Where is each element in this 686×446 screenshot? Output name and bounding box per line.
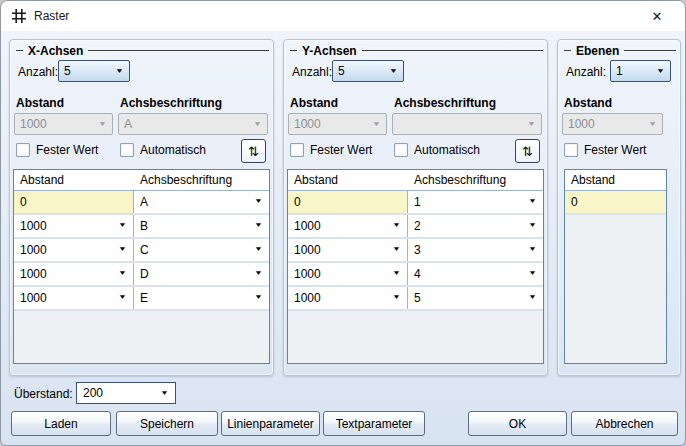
table-row: 1000▼ 3▼ [288, 239, 543, 263]
chevron-down-icon[interactable]: ▼ [392, 217, 401, 234]
laden-button[interactable]: Laden [11, 411, 111, 436]
speichern-button[interactable]: Speichern [116, 411, 218, 436]
abstand-cell[interactable]: 1000▼ [288, 263, 408, 285]
abstand-cell[interactable]: 1000▼ [288, 287, 408, 309]
cell-value: 0 [20, 195, 27, 209]
table-header-row: Abstand [565, 170, 666, 191]
label-cell[interactable]: 3▼ [408, 239, 543, 261]
abbrechen-button[interactable]: Abbrechen [571, 411, 678, 436]
chevron-down-icon[interactable]: ▼ [254, 217, 263, 234]
chevron-down-icon: ▼ [253, 120, 262, 128]
chevron-down-icon[interactable]: ▼ [254, 193, 263, 210]
chevron-down-icon[interactable]: ▼ [118, 289, 127, 306]
cell-value: 1000 [20, 267, 47, 281]
chevron-down-icon[interactable]: ▼ [115, 67, 124, 75]
abstand-header: Abstand [564, 96, 612, 110]
abstand-cell[interactable]: 0 [565, 191, 666, 213]
label-cell[interactable]: E▼ [134, 287, 269, 309]
y-anzahl-combobox[interactable]: 5 ▼ [332, 60, 404, 82]
chevron-down-icon[interactable]: ▼ [389, 67, 398, 75]
automatisch-label: Automatisch [140, 143, 206, 157]
label-cell[interactable]: C▼ [134, 239, 269, 261]
table-header-abstand: Abstand [14, 170, 134, 190]
fester-wert-checkbox[interactable] [16, 143, 30, 157]
label-cell[interactable]: D▼ [134, 263, 269, 285]
automatisch-label: Automatisch [414, 143, 480, 157]
ueberstand-combobox[interactable]: 200 ▼ [76, 382, 176, 404]
chevron-down-icon[interactable]: ▼ [528, 193, 537, 210]
table-empty-area [288, 311, 543, 363]
group-y-title: Y-Achsen [302, 44, 357, 58]
cell-value: 1000 [294, 291, 321, 305]
fester-wert-label: Fester Wert [36, 143, 98, 157]
abstand-cell[interactable]: 1000▼ [288, 215, 408, 237]
group-ebenen: Ebenen Anzahl: 1 ▼ Abstand 1000 ▼ Fester… [557, 39, 681, 376]
divider [624, 50, 676, 51]
cell-value: E [140, 291, 148, 305]
x-automatisch-checkbox-row: Automatisch [120, 143, 206, 157]
label-cell[interactable]: A▼ [134, 191, 269, 213]
divider [290, 50, 297, 51]
chevron-down-icon[interactable]: ▼ [254, 241, 263, 258]
table-row: 1000▼ B▼ [14, 215, 269, 239]
cell-value: 1000 [20, 243, 47, 257]
chevron-down-icon[interactable]: ▼ [160, 389, 169, 397]
chevron-down-icon[interactable]: ▼ [254, 289, 263, 306]
chevron-down-icon[interactable]: ▼ [528, 217, 537, 234]
x-anzahl-combobox[interactable]: 5 ▼ [58, 60, 130, 82]
group-ebenen-title: Ebenen [576, 44, 619, 58]
x-abstand-disabled-value: 1000 [20, 117, 47, 131]
x-achsbeschriftung-disabled-value: A [124, 117, 132, 131]
label-cell[interactable]: B▼ [134, 215, 269, 237]
chevron-down-icon[interactable]: ▼ [118, 241, 127, 258]
chevron-down-icon[interactable]: ▼ [528, 289, 537, 306]
label-cell[interactable]: 5▼ [408, 287, 543, 309]
automatisch-checkbox[interactable] [394, 143, 408, 157]
label-cell[interactable]: 2▼ [408, 215, 543, 237]
chevron-down-icon[interactable]: ▼ [528, 265, 537, 282]
chevron-down-icon[interactable]: ▼ [392, 265, 401, 282]
swap-order-button[interactable]: ⇅ [241, 139, 266, 163]
linienparameter-button[interactable]: Linienparameter [221, 411, 320, 436]
abstand-cell[interactable]: 0 [14, 191, 134, 213]
up-down-arrows-icon: ⇅ [522, 144, 533, 159]
cell-value: A [140, 195, 148, 209]
textparameter-button[interactable]: Textparameter [323, 411, 425, 436]
label-cell[interactable]: 4▼ [408, 263, 543, 285]
abstand-cell[interactable]: 1000▼ [14, 215, 134, 237]
fester-wert-label: Fester Wert [584, 143, 646, 157]
y-abstand-disabled-value: 1000 [294, 117, 321, 131]
cell-value: D [140, 267, 149, 281]
fester-wert-checkbox[interactable] [290, 143, 304, 157]
automatisch-checkbox[interactable] [120, 143, 134, 157]
swap-order-button[interactable]: ⇅ [515, 139, 540, 163]
chevron-down-icon[interactable]: ▼ [656, 67, 665, 75]
grid-icon [11, 8, 27, 24]
ueberstand-value: 200 [83, 386, 103, 400]
chevron-down-icon[interactable]: ▼ [118, 217, 127, 234]
chevron-down-icon[interactable]: ▼ [392, 289, 401, 306]
chevron-down-icon[interactable]: ▼ [254, 265, 263, 282]
cell-value: 4 [414, 267, 421, 281]
chevron-down-icon[interactable]: ▼ [118, 265, 127, 282]
chevron-down-icon[interactable]: ▼ [528, 241, 537, 258]
ok-button[interactable]: OK [468, 411, 567, 436]
table-header-achsbeschriftung: Achsbeschriftung [134, 170, 269, 190]
fester-wert-checkbox[interactable] [564, 143, 578, 157]
y-abstand-disabled-combobox: 1000 ▼ [288, 113, 387, 135]
cell-value: 1 [414, 195, 421, 209]
abstand-cell[interactable]: 1000▼ [14, 287, 134, 309]
close-button[interactable]: ✕ [637, 1, 677, 31]
table-row: 0 [565, 191, 666, 215]
label-cell[interactable]: 1▼ [408, 191, 543, 213]
abstand-cell[interactable]: 1000▼ [14, 239, 134, 261]
table-row: 1000▼ 4▼ [288, 263, 543, 287]
cell-value: 0 [571, 195, 578, 209]
abstand-cell[interactable]: 1000▼ [14, 263, 134, 285]
ebenen-anzahl-combobox[interactable]: 1 ▼ [610, 60, 671, 82]
chevron-down-icon[interactable]: ▼ [392, 241, 401, 258]
abstand-cell[interactable]: 1000▼ [288, 239, 408, 261]
table-row: 1000▼ D▼ [14, 263, 269, 287]
abstand-cell[interactable]: 0 [288, 191, 408, 213]
anzahl-label: Anzahl: [18, 65, 58, 79]
